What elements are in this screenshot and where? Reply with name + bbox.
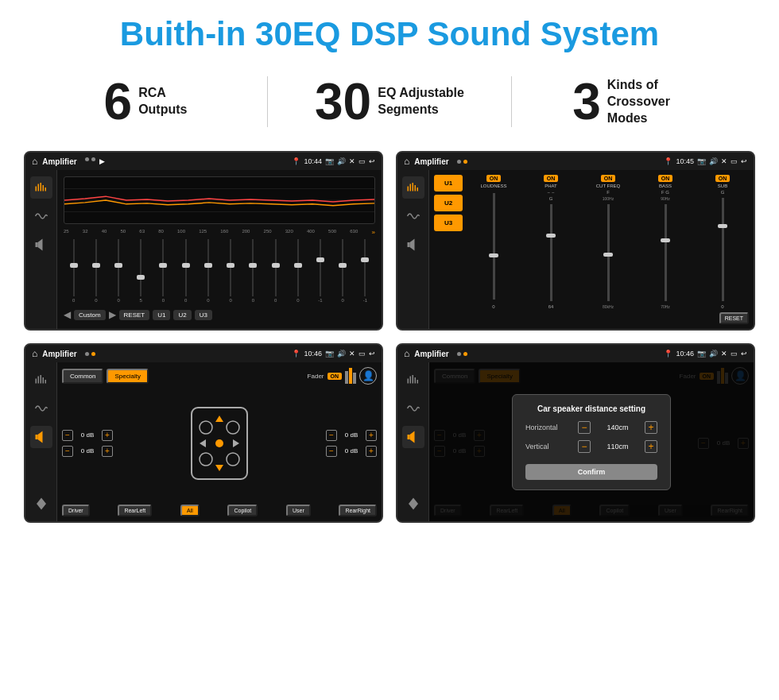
eq-slider-12[interactable]: 0 [333, 239, 353, 303]
prev-icon[interactable]: ◀ [64, 309, 71, 320]
u3-btn-1[interactable]: U3 [195, 310, 212, 320]
wave-icon-4[interactable] [402, 397, 424, 420]
eq-slider-4[interactable]: 0 [153, 239, 173, 303]
rect-icon-1: ▭ [358, 157, 366, 165]
crossover-bottom: RESET [467, 312, 749, 324]
speaker-icon[interactable] [30, 234, 52, 256]
common-btn[interactable]: Common [62, 369, 103, 384]
rearright-btn[interactable]: RearRight [339, 505, 377, 516]
specialty-btn[interactable]: Specialty [107, 369, 148, 384]
wave-icon[interactable] [30, 205, 52, 227]
eq-slider-13[interactable]: -1 [355, 239, 375, 303]
track-11 [320, 239, 321, 296]
arrows-icon-3[interactable] [30, 493, 52, 515]
eq-slider-2[interactable]: 0 [108, 239, 128, 303]
val-6: 0 [207, 298, 209, 303]
eq-icon-3[interactable] [30, 369, 52, 391]
time-2: 10:45 [676, 157, 694, 165]
next-icon[interactable]: ▶ [109, 309, 116, 320]
bottom-buttons-3: Driver RearLeft All Copilot User RearRig… [62, 505, 377, 516]
eq-slider-9[interactable]: 0 [265, 239, 285, 303]
slider-loudness[interactable] [493, 193, 495, 300]
stat-crossover-label: Kinds ofCrossover Modes [607, 77, 695, 126]
speaker-icon-4[interactable] [402, 426, 424, 448]
user-btn[interactable]: User [286, 505, 311, 516]
u2-preset[interactable]: U2 [434, 195, 463, 211]
u1-preset[interactable]: U1 [434, 175, 463, 191]
copilot-btn[interactable]: Copilot [227, 505, 258, 516]
svg-rect-17 [35, 379, 37, 384]
home-icon-3: ⌂ [32, 348, 37, 359]
col-loudness: ON LOUDNESS 0 [467, 175, 520, 309]
val-5: 0 [184, 298, 187, 303]
eq-slider-11[interactable]: -1 [310, 239, 330, 303]
eq-icon[interactable] [30, 176, 52, 199]
freq-40: 40 [102, 229, 107, 236]
stats-row: 6 RCAOutputs 30 EQ AdjustableSegments 3 … [24, 76, 755, 127]
dialog-title: Car speaker distance setting [525, 404, 657, 413]
svg-rect-0 [35, 187, 37, 191]
eq-slider-3[interactable]: 5 [131, 239, 151, 303]
thumb-1 [92, 263, 100, 268]
db-plus-1[interactable]: + [102, 430, 113, 441]
eq-slider-6[interactable]: 0 [198, 239, 218, 303]
track-9 [275, 239, 277, 296]
eq-slider-0[interactable]: 0 [64, 239, 83, 303]
vertical-plus[interactable]: + [645, 440, 657, 453]
col-bass: ON BASS F G 90Hz 70Hz [639, 175, 692, 309]
vertical-label: Vertical [525, 443, 573, 451]
horizontal-plus[interactable]: + [645, 421, 657, 434]
rearleft-btn[interactable]: RearLeft [118, 505, 152, 516]
eq-slider-10[interactable]: 0 [288, 239, 308, 303]
wave-icon-2[interactable] [402, 205, 424, 227]
vertical-minus[interactable]: − [578, 440, 591, 453]
eq-slider-1[interactable]: 0 [86, 239, 106, 303]
fader-on[interactable]: ON [327, 373, 343, 380]
amplifier-title-2: Amplifier [414, 157, 448, 166]
reset-btn-2[interactable]: RESET [719, 312, 749, 324]
u1-btn-1[interactable]: U1 [153, 310, 170, 320]
eq-slider-8[interactable]: 0 [243, 239, 263, 303]
horizontal-minus[interactable]: − [578, 421, 591, 434]
svg-point-30 [215, 439, 223, 447]
eq-icon-2[interactable] [402, 176, 424, 199]
svg-marker-16 [409, 239, 414, 251]
eq-slider-7[interactable]: 0 [221, 239, 241, 303]
arrows-icon-4[interactable] [402, 493, 424, 515]
db-minus-1[interactable]: − [62, 430, 73, 441]
db-minus-2[interactable]: − [62, 446, 73, 457]
stat-eq: 30 EQ AdjustableSegments [268, 76, 512, 127]
reset-btn-1[interactable]: RESET [119, 310, 150, 320]
thumb-8 [249, 263, 257, 268]
db-minus-4[interactable]: − [326, 446, 337, 457]
speaker-icon-3[interactable] [30, 426, 52, 448]
arrows-more: » [371, 229, 374, 236]
slider-cutfreq[interactable] [607, 204, 610, 301]
thumb-4 [159, 263, 167, 268]
u3-preset[interactable]: U3 [434, 215, 463, 231]
confirm-button[interactable]: Confirm [525, 464, 657, 480]
track-1 [95, 239, 97, 296]
speaker-icon-2[interactable] [402, 234, 424, 256]
slider-sub[interactable] [722, 198, 724, 301]
eq-freq-labels: 25 32 40 50 63 80 100 125 160 200 250 32… [64, 229, 375, 236]
db-plus-4[interactable]: + [366, 446, 377, 457]
db-plus-3[interactable]: + [366, 430, 377, 441]
db-plus-2[interactable]: + [102, 446, 113, 457]
custom-btn[interactable]: Custom [74, 310, 106, 320]
slider-phat[interactable] [550, 204, 552, 301]
profile-icon[interactable]: 👤 [359, 367, 377, 385]
slider-bass[interactable] [665, 204, 667, 301]
thumb-2 [114, 263, 122, 268]
time-4: 10:46 [676, 350, 694, 358]
vol-icon-2: 🔊 [709, 157, 718, 165]
wave-icon-3[interactable] [30, 397, 52, 420]
driver-btn[interactable]: Driver [62, 505, 90, 516]
all-btn[interactable]: All [180, 505, 200, 516]
eq-slider-5[interactable]: 0 [176, 239, 196, 303]
eq-icon-4[interactable] [402, 369, 424, 391]
thumb-11 [316, 257, 324, 262]
statusbar-2: ⌂ Amplifier 📍 10:45 📷 🔊 ✕ ▭ ↩ [397, 153, 754, 170]
db-minus-3[interactable]: − [326, 430, 337, 441]
u2-btn-1[interactable]: U2 [173, 310, 191, 320]
